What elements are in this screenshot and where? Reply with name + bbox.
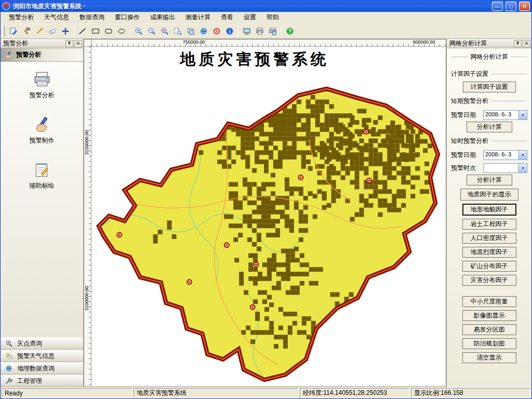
print-button[interactable] xyxy=(254,25,266,37)
zoom-page-icon xyxy=(174,27,182,35)
monitor-icon xyxy=(243,27,251,35)
move-button[interactable] xyxy=(59,25,72,37)
menu-item-settings[interactable]: 设置 xyxy=(238,12,261,23)
left-panel-pin-button[interactable] xyxy=(65,40,73,47)
right-panel-close-button[interactable]: ✕ xyxy=(523,40,530,47)
short-time-analyze-button[interactable]: 分析计算 xyxy=(467,175,512,185)
right-panel-pin-button[interactable] xyxy=(514,40,522,47)
info-button[interactable]: i xyxy=(223,25,236,37)
tool-warning-production-label: 预警制作 xyxy=(30,136,55,145)
left-panel-tools: 预警分析 预警制作 辅助标绘 xyxy=(1,62,83,337)
accordion-project-management[interactable]: 工程管理 xyxy=(1,375,83,387)
factor-button-mine-distribution[interactable]: 矿山分布因子 xyxy=(462,261,516,272)
select-edit-button[interactable] xyxy=(7,25,20,37)
accordion-label: 地理数据查询 xyxy=(17,364,55,373)
cloud-button[interactable] xyxy=(46,25,59,37)
copy-layers-button[interactable] xyxy=(184,25,197,37)
tool-warning-analysis-label: 预警分析 xyxy=(30,91,55,100)
group-grid-analysis: 网格分析计算 xyxy=(451,52,527,61)
clear-display-button[interactable]: 清空显示 xyxy=(462,352,516,363)
rounded-rectangle-tool-icon xyxy=(104,27,113,35)
zoom-page-button[interactable] xyxy=(171,25,184,37)
menu-item-measure-calc[interactable]: 测量计算 xyxy=(180,12,216,23)
menu-item-warning-analysis[interactable]: 预警分析 xyxy=(4,12,39,23)
print-preview-button[interactable] xyxy=(267,25,279,37)
accordion-label: 预警天气信息 xyxy=(17,352,55,361)
factor-button-population-density[interactable]: 人口密度因子 xyxy=(462,233,516,244)
monitor-button[interactable] xyxy=(241,25,253,37)
rectangle-tool-button[interactable] xyxy=(89,25,102,37)
hammer-tool-button[interactable] xyxy=(20,25,33,37)
menu-item-data-query[interactable]: 数据查询 xyxy=(74,12,110,23)
menu-item-view[interactable]: 查看 xyxy=(216,12,238,23)
app-icon xyxy=(2,2,10,10)
geological-factor-display-label[interactable]: 地质因子的显示 xyxy=(460,189,518,201)
rainfall-scale-button[interactable]: 中小尺度雨量 xyxy=(462,296,516,307)
factor-button-geotechnical[interactable]: 岩土工程因子 xyxy=(462,219,516,230)
menu-item-weather-info[interactable]: 天气信息 xyxy=(39,12,74,23)
short-time-date-combo[interactable]: 2008- 6- 3 xyxy=(483,150,527,160)
rounded-rectangle-tool-button[interactable] xyxy=(102,25,115,37)
accordion-warning-weather-info[interactable]: 预警天气信息 xyxy=(1,350,83,362)
globe-button[interactable] xyxy=(197,25,210,37)
toolbar-separator xyxy=(130,26,130,36)
disaster-point-query-icon xyxy=(5,340,12,347)
maximize-button[interactable]: □ xyxy=(506,2,516,11)
minimize-button[interactable]: — xyxy=(492,2,503,11)
hotspot-button[interactable] xyxy=(210,25,223,37)
warning-times-value xyxy=(484,164,518,172)
chevron-down-icon[interactable] xyxy=(518,111,527,119)
select-edit-icon xyxy=(9,27,18,35)
factor-button-seismic-intensity[interactable]: 地震烈度因子 xyxy=(462,247,516,258)
chevron-down-icon[interactable] xyxy=(518,164,527,172)
zoom-extent-button[interactable] xyxy=(158,25,171,37)
zoom-out-button[interactable] xyxy=(145,25,158,37)
menu-item-help[interactable]: 帮助 xyxy=(261,12,284,23)
copy-layers-icon xyxy=(187,27,195,35)
tool-warning-analysis[interactable]: 预警分析 xyxy=(11,70,73,100)
tool-warning-production[interactable]: 预警制作 xyxy=(11,115,73,145)
auxiliary-plotting-icon xyxy=(33,161,51,179)
susceptibility-zoning-button[interactable]: 易发分区图 xyxy=(462,324,516,335)
ellipse-tool-button[interactable] xyxy=(115,25,128,37)
menu-item-window-operations[interactable]: 窗口操作 xyxy=(110,12,145,23)
short-term-analyze-button[interactable]: 分析计算 xyxy=(467,122,512,132)
toolbar-grip[interactable] xyxy=(3,26,5,36)
geographic-data-icon xyxy=(5,365,12,372)
calc-factor-settings-button[interactable]: 计算因子设置 xyxy=(463,82,516,92)
factor-button-disaster-distribution[interactable]: 灾害分布因子 xyxy=(462,275,516,286)
short-term-date-combo[interactable]: 2008- 6- 3 xyxy=(483,110,527,120)
toolbar-separator xyxy=(281,26,282,36)
accordion-geographic-data-query[interactable]: 地理数据查询 xyxy=(1,362,83,375)
warning-analysis-header-icon xyxy=(4,51,12,59)
left-panel-close-button[interactable]: ✕ xyxy=(74,40,82,47)
left-panel: 预警分析 ✕ 预警分析 预警分析 预警制作 辅助标绘 xyxy=(1,39,84,387)
chevron-down-icon[interactable] xyxy=(518,151,527,159)
factor-button-terrain[interactable]: 地形地貌因子 xyxy=(462,204,516,216)
title-bar: 浏阳市地质灾害预警系统 - — □ ✕ xyxy=(1,1,531,12)
tool-auxiliary-plotting[interactable]: 辅助标绘 xyxy=(11,161,73,190)
zoom-in-button[interactable] xyxy=(132,25,145,37)
warning-production-icon xyxy=(33,115,51,134)
map-canvas[interactable]: 地质灾害预警系统 xyxy=(91,47,446,387)
short-time-times-row: 预警时次 xyxy=(451,163,527,173)
accordion-disaster-point-query[interactable]: 灾点查询 xyxy=(1,337,83,350)
status-ready: Ready xyxy=(2,388,132,398)
warning-times-combo[interactable] xyxy=(483,163,527,173)
info-icon: i xyxy=(225,27,234,35)
status-bar: Ready 地质灾害预警系统 经纬度:114.140551,28.250253 … xyxy=(1,387,531,398)
left-panel-title: 预警分析 xyxy=(3,39,64,48)
map-svg: 地质灾害预警系统 xyxy=(91,47,446,387)
workspace: 预警分析 ✕ 预警分析 预警分析 预警制作 辅助标绘 xyxy=(1,39,531,387)
line-tool-button[interactable] xyxy=(76,25,89,37)
close-button[interactable]: ✕ xyxy=(519,2,530,11)
zoom-extent-icon xyxy=(161,27,169,35)
magic-wand-button[interactable] xyxy=(33,25,46,37)
right-panel-content: 网格分析计算 计算因子设置 计算因子设置 短期预警分析 预警日期 2008- 6… xyxy=(447,48,531,387)
rectangle-tool-icon xyxy=(91,27,100,35)
ruler-left-label: 3150000.00 xyxy=(84,130,89,155)
prevention-plan-button[interactable]: 防治规划图 xyxy=(462,338,516,349)
help-button[interactable]: ? xyxy=(284,25,296,37)
imagery-display-button[interactable]: 影像图显示 xyxy=(462,310,516,321)
menu-item-result-output[interactable]: 成果输出 xyxy=(145,12,180,23)
